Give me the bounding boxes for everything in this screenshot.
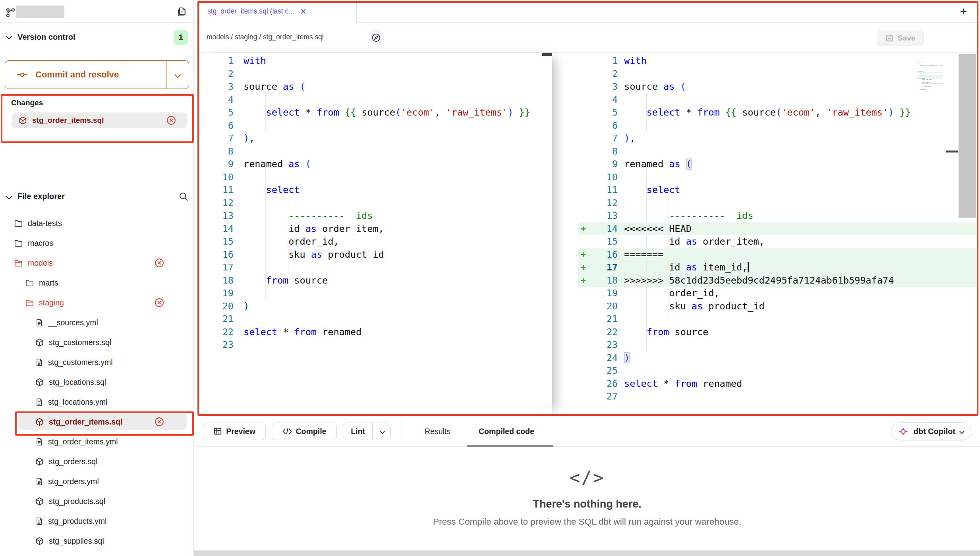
file-explorer-item--sources-yml[interactable]: __sources.yml <box>0 313 194 332</box>
file-explorer-chevron-icon[interactable] <box>6 193 12 200</box>
changed-file-item[interactable]: stg_order_items.sql <box>12 112 187 128</box>
code-line[interactable]: 17 <box>197 261 552 274</box>
discard-changes-icon[interactable] <box>166 115 176 125</box>
lint-dropdown-chevron-icon[interactable] <box>380 429 385 434</box>
code-line[interactable]: 16 sku as product_id <box>197 248 552 261</box>
code-line[interactable]: 19 order_id, <box>578 287 977 300</box>
save-button[interactable]: Save <box>877 30 924 46</box>
file-explorer-item-stg-customers-sql[interactable]: stg_customers.sql <box>0 332 194 352</box>
code-line[interactable]: 18 from source <box>197 274 552 287</box>
code-line[interactable]: 5 select * from {{ source('ecom', 'raw_i… <box>578 106 977 119</box>
file-explorer-item-macros[interactable]: macros <box>0 233 194 253</box>
commit-and-resolve-button[interactable]: Commit and resolve <box>5 60 189 89</box>
scrollbar-thumb[interactable] <box>542 53 552 56</box>
code-line[interactable]: 6 <box>197 119 552 132</box>
dbt-copilot-button[interactable]: dbt Copilot <box>891 422 971 440</box>
line-number: 10 <box>197 171 244 184</box>
code-line[interactable]: 9renamed as ( <box>197 158 552 171</box>
file-explorer-item-stg-customers-yml[interactable]: stg_customers.yml <box>0 352 194 372</box>
code-line[interactable]: 20) <box>197 300 552 313</box>
code-line[interactable]: 13 ---------- ids <box>197 209 552 222</box>
new-tab-button[interactable]: + <box>947 0 980 23</box>
code-line[interactable]: +18>>>>>>> 58c1dd23d5eebd9cd2495fa7124ab… <box>578 274 977 287</box>
discard-changes-icon[interactable] <box>154 258 164 268</box>
line-number: 8 <box>197 145 244 158</box>
copy-icon[interactable] <box>176 6 187 18</box>
code-line[interactable]: 27 <box>578 390 977 403</box>
code-line[interactable]: 21 <box>197 313 552 326</box>
code-line[interactable]: 5 select * from {{ source('ecom', 'raw_i… <box>197 106 552 119</box>
code-line[interactable]: 10 <box>578 171 977 184</box>
minimap[interactable]: withsource as ( select * from {{ source(… <box>918 54 943 91</box>
code-line[interactable]: +16======= <box>578 248 977 261</box>
code-line[interactable]: 1with <box>197 54 552 68</box>
code-line[interactable]: 9renamed as ( <box>578 158 977 171</box>
editor-scrollbar[interactable] <box>959 54 976 218</box>
code-line[interactable]: 4 <box>578 93 977 106</box>
diff-pane-modified[interactable]: 1with 2 3source as ( 4 5 select * from {… <box>578 53 977 415</box>
file-explorer-item-stg-products-sql[interactable]: stg_products.sql <box>0 491 194 511</box>
lint-button[interactable]: Lint <box>343 423 391 440</box>
code-line[interactable]: 26select * from renamed <box>578 377 977 390</box>
file-explorer-item-data-tests[interactable]: data-tests <box>0 213 194 233</box>
code-line[interactable]: 20 sku as product_id <box>578 300 977 313</box>
code-line[interactable]: 3source as ( <box>197 80 552 93</box>
code-line[interactable]: 25 <box>578 364 977 377</box>
search-icon[interactable] <box>178 191 189 202</box>
discard-changes-icon[interactable] <box>154 297 164 308</box>
code-line[interactable]: 10 <box>197 171 552 184</box>
file-explorer-item-marts[interactable]: marts <box>0 273 194 293</box>
code-line[interactable]: 11 select <box>197 183 552 197</box>
code-line[interactable]: 6 <box>578 119 977 132</box>
code-line[interactable]: 21 <box>578 313 977 326</box>
git-branch-icon[interactable] <box>5 7 16 19</box>
copilot-chevron-icon[interactable] <box>959 429 965 434</box>
tab-close-icon[interactable]: ✕ <box>300 7 307 16</box>
file-explorer-item-stg-locations-sql[interactable]: stg_locations.sql <box>0 372 194 392</box>
code-line[interactable]: 19 <box>197 287 552 300</box>
tab-stg-order-items[interactable]: stg_order_items.sql (last c... ✕ <box>198 0 357 23</box>
lineage-button[interactable] <box>369 30 384 45</box>
code-line[interactable]: 4 <box>197 93 552 106</box>
code-line[interactable]: 22select * from renamed <box>197 326 552 339</box>
code-line[interactable]: 24) <box>578 351 977 365</box>
code-line[interactable]: 14 id as order_item, <box>197 222 552 236</box>
tab-results[interactable]: Results <box>425 416 450 447</box>
commit-dropdown-chevron-icon[interactable] <box>175 72 181 78</box>
preview-button[interactable]: Preview <box>203 423 266 440</box>
code-line[interactable]: 7), <box>197 132 552 145</box>
file-explorer-item-stg-supplies-sql[interactable]: stg_supplies.sql <box>0 531 194 551</box>
code-line[interactable]: 23 <box>578 338 977 351</box>
file-explorer-item-stg-order-items-yml[interactable]: stg_order_items.yml <box>0 432 194 452</box>
file-explorer-item-stg-orders-yml[interactable]: stg_orders.yml <box>0 471 194 491</box>
code-line[interactable]: 2 <box>197 68 552 81</box>
scrollbar-handle[interactable] <box>946 151 958 153</box>
code-line[interactable]: 12 <box>578 197 977 210</box>
file-explorer-item-stg-order-items-sql[interactable]: stg_order_items.sql <box>0 412 194 432</box>
discard-changes-icon[interactable] <box>154 417 164 427</box>
diff-pane-original[interactable]: 1with23source as (45 select * from {{ so… <box>197 53 552 415</box>
code-line[interactable]: 15 order_id, <box>197 235 552 248</box>
code-line[interactable]: +14<<<<<<< HEAD <box>578 222 977 236</box>
code-line[interactable]: 13 ---------- ids <box>578 209 977 222</box>
line-number: 18 <box>588 274 624 287</box>
code-line[interactable]: 12 <box>197 197 552 210</box>
file-explorer-item-stg-locations-yml[interactable]: stg_locations.yml <box>0 392 194 412</box>
file-explorer-item-stg-orders-sql[interactable]: stg_orders.sql <box>0 452 194 471</box>
code-line[interactable]: 7), <box>578 132 977 145</box>
version-control-chevron-icon[interactable] <box>6 33 12 40</box>
file-explorer-item-stg-products-yml[interactable]: stg_products.yml <box>0 511 194 531</box>
code-line[interactable]: 8 <box>197 145 552 158</box>
file-explorer-item-staging[interactable]: staging <box>0 293 194 313</box>
tab-compiled-code[interactable]: Compiled code <box>479 416 534 447</box>
left-pane-overview-ruler[interactable] <box>542 53 552 415</box>
code-line[interactable]: +17 id as item_id, <box>578 261 977 274</box>
compile-button[interactable]: Compile <box>272 423 337 440</box>
branch-name-redacted[interactable] <box>16 6 64 18</box>
code-line[interactable]: 8 <box>578 145 977 158</box>
file-explorer-item-models[interactable]: models <box>0 253 194 273</box>
code-line[interactable]: 23 <box>197 338 552 351</box>
code-line[interactable]: 15 id as order_item, <box>578 235 977 248</box>
code-line[interactable]: 22 from source <box>578 326 977 339</box>
code-line[interactable]: 11 select <box>578 183 977 197</box>
